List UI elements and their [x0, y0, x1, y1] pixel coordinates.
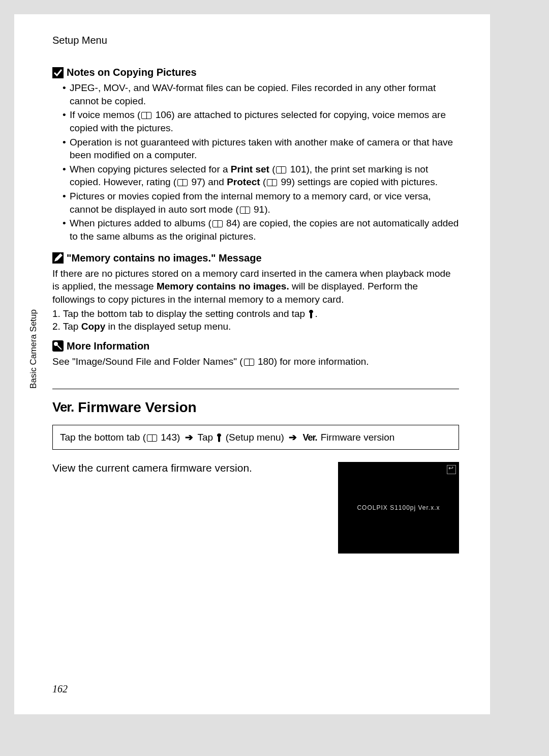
bold-text: Copy — [81, 321, 106, 332]
text-fragment: ( — [260, 177, 266, 187]
step-1: 1. Tap the bottom tab to display the set… — [52, 307, 459, 321]
section-title-text: More Information — [67, 340, 149, 352]
firmware-title-text: Firmware Version — [78, 399, 196, 416]
more-info-paragraph: See "Image/Sound File and Folder Names" … — [52, 355, 459, 368]
text-fragment: Pictures or movies copied from the inter… — [70, 191, 431, 215]
book-icon — [177, 179, 188, 186]
text-fragment: . — [315, 308, 317, 319]
arrow-right-icon: ➔ — [289, 432, 297, 443]
book-icon — [212, 220, 223, 227]
firmware-screen-text: COOLPIX S1100pj Ver.x.x — [338, 504, 459, 511]
bold-text: Protect — [227, 177, 260, 187]
text-fragment: Tap — [195, 432, 216, 443]
text-fragment: See "Image/Sound File and Folder Names" … — [52, 356, 243, 367]
side-chapter-label: Basic Camera Setup — [28, 309, 39, 389]
book-icon — [240, 207, 250, 214]
manual-page: Basic Camera Setup Setup Menu Notes on C… — [14, 14, 490, 714]
wrench-icon — [308, 309, 315, 318]
text-fragment: 97) and — [189, 177, 227, 187]
memory-message-paragraph: If there are no pictures stored on a mem… — [52, 267, 459, 306]
page-number: 162 — [52, 683, 68, 695]
arrow-right-icon: ➔ — [185, 432, 193, 443]
ver-icon: Ver. — [302, 432, 317, 443]
note-item: If voice memos ( 106) are attached to pi… — [63, 108, 459, 134]
text-fragment: 143) — [158, 432, 183, 443]
note-item: When pictures added to albums ( 84) are … — [63, 217, 459, 243]
section-title-text: Notes on Copying Pictures — [67, 67, 197, 78]
more-info-icon — [52, 340, 64, 352]
ver-icon: Ver. — [52, 399, 74, 415]
book-icon — [267, 179, 277, 186]
book-icon — [147, 434, 157, 442]
text-fragment: ( — [269, 164, 276, 175]
text-fragment: (Setup menu) — [223, 432, 287, 443]
text-fragment: Firmware version — [318, 432, 394, 443]
step-2: 2. Tap Copy in the displayed setup menu. — [52, 320, 459, 333]
bold-text: Print set — [231, 164, 269, 175]
text-fragment: Tap the bottom tab ( — [60, 432, 146, 443]
section-title-text: "Memory contains no images." Message — [67, 252, 262, 264]
page-header: Setup Menu — [52, 35, 459, 46]
firmware-nav-path: Tap the bottom tab ( 143) ➔ Tap (Setup m… — [52, 425, 459, 450]
svg-point-0 — [54, 342, 58, 346]
text-fragment: 2. Tap — [52, 321, 81, 332]
text-fragment: 91). — [251, 204, 270, 215]
pencil-icon — [52, 252, 64, 264]
note-item: JPEG-, MOV-, and WAV-format files can be… — [63, 81, 459, 107]
note-item: Operation is not guaranteed with picture… — [63, 136, 459, 162]
firmware-screen-preview: COOLPIX S1100pj Ver.x.x — [338, 462, 459, 554]
note-item: When copying pictures selected for a Pri… — [63, 163, 459, 189]
back-icon — [447, 465, 456, 474]
notes-list: JPEG-, MOV-, and WAV-format files can be… — [52, 81, 459, 243]
page-content: Setup Menu Notes on Copying Pictures JPE… — [52, 35, 459, 474]
more-info-title: More Information — [52, 340, 459, 352]
text-fragment: 1. Tap the bottom tab to display the set… — [52, 308, 308, 319]
book-icon — [141, 112, 151, 119]
notes-copying-title: Notes on Copying Pictures — [52, 67, 459, 78]
section-divider — [52, 389, 459, 389]
text-fragment: If voice memos ( — [70, 109, 140, 120]
text-fragment: 180) for more information. — [255, 356, 369, 367]
firmware-version-heading: Ver. Firmware Version — [52, 399, 459, 416]
text-fragment: 99) settings are copied with pictures. — [278, 177, 438, 187]
memory-message-title: "Memory contains no images." Message — [52, 252, 459, 264]
note-item: Pictures or movies copied from the inter… — [63, 190, 459, 216]
bold-text: Memory contains no images. — [157, 281, 289, 292]
wrench-icon — [216, 433, 223, 442]
book-icon — [244, 359, 254, 366]
text-fragment: When pictures added to albums ( — [70, 218, 211, 228]
caution-check-icon — [52, 67, 64, 78]
text-fragment: When copying pictures selected for a — [70, 164, 231, 175]
text-fragment: in the displayed setup menu. — [105, 321, 231, 332]
book-icon — [276, 166, 286, 173]
